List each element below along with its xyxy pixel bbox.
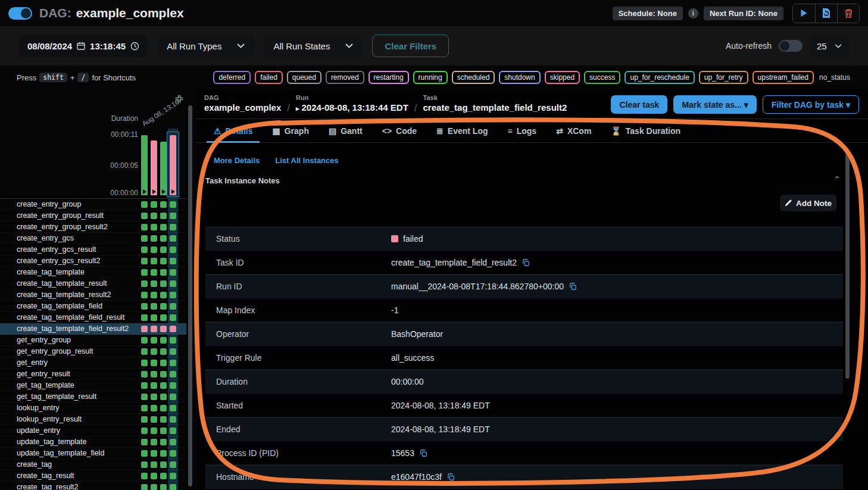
task-instance-square[interactable]	[151, 246, 157, 253]
filter-dag-by-task-button[interactable]: Filter DAG by task ▾	[763, 95, 859, 114]
task-instance-square[interactable]	[151, 450, 157, 457]
legend-badge-removed[interactable]: removed	[326, 71, 364, 84]
task-instance-square[interactable]	[141, 314, 148, 321]
legend-badge-up_for_retry[interactable]: up_for_retry	[699, 71, 748, 84]
task-instance-square[interactable]	[170, 258, 176, 264]
task-instance-square[interactable]	[160, 382, 167, 389]
task-instance-square[interactable]	[170, 235, 176, 242]
task-instance-square[interactable]	[170, 473, 176, 479]
task-row-create_tag_result[interactable]: create_tag_result	[0, 470, 186, 482]
task-instance-square[interactable]	[141, 382, 148, 389]
task-instance-square[interactable]	[141, 280, 148, 287]
copy-icon[interactable]	[522, 258, 530, 267]
task-instance-square[interactable]	[160, 258, 167, 264]
task-instance-square[interactable]	[170, 416, 176, 423]
task-row-update_entry[interactable]: update_entry	[0, 425, 186, 436]
task-instance-square[interactable]	[141, 337, 148, 344]
task-row-create_entry_gcs_result[interactable]: create_entry_gcs_result	[0, 244, 186, 255]
task-instance-square[interactable]	[170, 314, 176, 321]
legend-badge-upstream_failed[interactable]: upstream_failed	[753, 71, 814, 84]
add-note-button[interactable]: Add Note	[780, 195, 836, 211]
task-row-create_tag_template_field_result2[interactable]: create_tag_template_field_result2	[0, 323, 186, 335]
task-instance-square[interactable]	[160, 360, 167, 366]
task-instance-square[interactable]	[170, 439, 176, 445]
task-instance-square[interactable]	[151, 473, 157, 479]
task-instance-square[interactable]	[170, 450, 176, 457]
task-instance-square[interactable]	[151, 201, 157, 208]
task-instance-square[interactable]	[151, 484, 157, 490]
legend-badge-skipped[interactable]: skipped	[545, 71, 580, 84]
task-instance-square[interactable]	[141, 484, 148, 490]
task-instance-square[interactable]	[141, 303, 148, 310]
task-instance-square[interactable]	[170, 224, 176, 230]
task-row-create_tag_template_field_result[interactable]: create_tag_template_field_result	[0, 312, 186, 323]
task-row-lookup_entry_result[interactable]: lookup_entry_result	[0, 414, 186, 425]
sidebar-scrollbar[interactable]	[188, 92, 193, 490]
task-instance-square[interactable]	[151, 337, 157, 344]
task-instance-square[interactable]	[141, 201, 148, 208]
task-instance-square[interactable]	[151, 292, 157, 298]
task-instance-square[interactable]	[160, 246, 167, 253]
task-instance-square[interactable]	[160, 394, 167, 400]
task-row-create_tag_template_result2[interactable]: create_tag_template_result2	[0, 289, 186, 301]
task-instance-square[interactable]	[151, 314, 157, 321]
task-instance-square[interactable]	[160, 405, 167, 411]
run-types-select[interactable]: All Run Types	[157, 35, 254, 57]
task-instance-square[interactable]	[141, 473, 148, 479]
task-row-lookup_entry[interactable]: lookup_entry	[0, 402, 186, 414]
legend-badge-deferred[interactable]: deferred	[213, 71, 251, 84]
breadcrumb-dag-value[interactable]: example_complex	[204, 102, 281, 113]
task-instance-square[interactable]	[141, 246, 148, 253]
more-details-link[interactable]: More Details	[214, 156, 260, 165]
run-states-select[interactable]: All Run States	[264, 35, 363, 57]
legend-badge-scheduled[interactable]: scheduled	[452, 71, 495, 84]
task-instance-square[interactable]	[141, 326, 148, 332]
task-instance-square[interactable]	[151, 461, 157, 468]
task-row-get_entry[interactable]: get_entry	[0, 357, 186, 369]
task-instance-square[interactable]	[160, 213, 167, 219]
task-row-get_entry_group_result[interactable]: get_entry_group_result	[0, 346, 186, 357]
task-instance-square[interactable]	[160, 201, 167, 208]
tab-xcom[interactable]: ⇄XCom	[549, 119, 598, 142]
task-instance-square[interactable]	[151, 213, 157, 219]
task-row-create_entry_gcs_result2[interactable]: create_entry_gcs_result2	[0, 255, 186, 267]
page-size-select[interactable]: 25	[810, 35, 849, 57]
task-instance-square[interactable]	[170, 394, 176, 400]
run-bar-0[interactable]	[141, 135, 148, 195]
task-instance-square[interactable]	[141, 360, 148, 366]
task-instance-square[interactable]	[160, 292, 167, 298]
run-bar-1[interactable]	[151, 141, 157, 195]
run-datetime-input[interactable]: 08/08/2024 13:18:45	[19, 35, 148, 57]
task-instance-square[interactable]	[141, 427, 148, 434]
task-instance-square[interactable]	[170, 382, 176, 389]
task-instance-square[interactable]	[160, 314, 167, 321]
task-instance-square[interactable]	[141, 213, 148, 219]
task-instance-square[interactable]	[160, 337, 167, 344]
task-instance-square[interactable]	[170, 303, 176, 310]
task-row-create_entry_group[interactable]: create_entry_group	[0, 199, 186, 210]
reparse-dag-button[interactable]	[815, 4, 837, 23]
task-instance-square[interactable]	[170, 201, 176, 208]
legend-badge-up_for_reschedule[interactable]: up_for_reschedule	[625, 71, 694, 84]
task-instance-square[interactable]	[160, 439, 167, 445]
task-instance-square[interactable]	[151, 258, 157, 264]
task-instance-square[interactable]	[170, 213, 176, 219]
task-instance-square[interactable]	[170, 280, 176, 287]
scrollbar-thumb[interactable]	[188, 105, 192, 486]
task-instance-square[interactable]	[141, 224, 148, 230]
task-instance-square[interactable]	[151, 280, 157, 287]
legend-badge-failed[interactable]: failed	[255, 71, 283, 84]
task-instance-square[interactable]	[141, 269, 148, 276]
tab-graph[interactable]: ▦Graph	[265, 119, 316, 142]
breadcrumb-task-value[interactable]: create_tag_template_field_result2	[423, 102, 567, 113]
task-instance-square[interactable]	[170, 337, 176, 344]
task-instance-square[interactable]	[151, 416, 157, 423]
task-instance-square[interactable]	[170, 269, 176, 276]
task-row-get_tag_template_result[interactable]: get_tag_template_result	[0, 391, 186, 402]
scrollbar-thumb[interactable]	[845, 154, 850, 379]
task-instance-square[interactable]	[151, 382, 157, 389]
task-instance-square[interactable]	[141, 461, 148, 468]
mark-state-button[interactable]: Mark state as... ▾	[673, 95, 756, 114]
task-row-get_entry_group[interactable]: get_entry_group	[0, 335, 186, 346]
legend-badge-running[interactable]: running	[413, 71, 448, 84]
